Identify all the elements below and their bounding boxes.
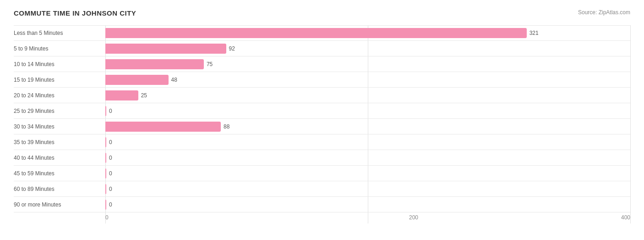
bar-row: 15 to 19 Minutes48 bbox=[14, 72, 630, 88]
bar-value: 0 bbox=[109, 155, 112, 161]
bar bbox=[105, 75, 169, 85]
bar-container: 0 bbox=[105, 166, 630, 181]
bar bbox=[105, 90, 138, 100]
chart-wrapper: COMMUTE TIME IN JOHNSON CITY Source: Zip… bbox=[14, 9, 630, 223]
bar-container: 321 bbox=[105, 26, 630, 40]
bar-label: 25 to 29 Minutes bbox=[14, 108, 105, 114]
chart-header: COMMUTE TIME IN JOHNSON CITY Source: Zip… bbox=[14, 9, 630, 17]
bar-container: 0 bbox=[105, 134, 630, 150]
bar-container: 48 bbox=[105, 72, 630, 87]
bar-value: 25 bbox=[141, 92, 147, 99]
bar-value: 88 bbox=[224, 123, 229, 130]
bar-label: 30 to 34 Minutes bbox=[14, 123, 105, 130]
bar-value: 75 bbox=[207, 61, 213, 67]
bar-container: 0 bbox=[105, 103, 630, 118]
bar-value: 0 bbox=[109, 108, 112, 114]
bar-row: 20 to 24 Minutes25 bbox=[14, 88, 630, 103]
bar-container: 92 bbox=[105, 41, 630, 56]
bar-value: 0 bbox=[109, 186, 112, 192]
bar-row: 90 or more Minutes0 bbox=[14, 197, 630, 212]
chart-area: Less than 5 Minutes3215 to 9 Minutes9210… bbox=[14, 25, 630, 223]
bar bbox=[105, 137, 106, 147]
bar-value: 0 bbox=[109, 201, 112, 208]
bar-label: Less than 5 Minutes bbox=[14, 30, 105, 36]
bar-container: 25 bbox=[105, 88, 630, 103]
bar-container: 0 bbox=[105, 197, 630, 212]
bar-container: 75 bbox=[105, 56, 630, 72]
grid-line bbox=[630, 25, 631, 223]
bar-value: 0 bbox=[109, 170, 112, 177]
bar-label: 10 to 14 Minutes bbox=[14, 61, 105, 67]
bar-row: 35 to 39 Minutes0 bbox=[14, 134, 630, 150]
bar-label: 40 to 44 Minutes bbox=[14, 155, 105, 161]
bar-label: 35 to 39 Minutes bbox=[14, 139, 105, 145]
bar-row: 60 to 89 Minutes0 bbox=[14, 181, 630, 197]
bar-label: 20 to 24 Minutes bbox=[14, 92, 105, 99]
bar bbox=[105, 59, 204, 69]
bar-container: 0 bbox=[105, 150, 630, 165]
bar-row: 40 to 44 Minutes0 bbox=[14, 150, 630, 166]
bar-value: 48 bbox=[171, 77, 177, 83]
source-label: Source: ZipAtlas.com bbox=[578, 9, 630, 16]
x-axis-label: 0 bbox=[105, 214, 109, 221]
bar-label: 15 to 19 Minutes bbox=[14, 77, 105, 83]
bar-container: 0 bbox=[105, 181, 630, 196]
bar-value: 321 bbox=[529, 30, 539, 36]
bar bbox=[105, 122, 221, 132]
bar-row: 30 to 34 Minutes88 bbox=[14, 119, 630, 134]
bar bbox=[105, 168, 106, 179]
bar-row: 45 to 59 Minutes0 bbox=[14, 166, 630, 181]
bar-container: 88 bbox=[105, 119, 630, 134]
bar-label: 60 to 89 Minutes bbox=[14, 186, 105, 192]
bar-value: 92 bbox=[229, 45, 235, 52]
bar-label: 5 to 9 Minutes bbox=[14, 45, 105, 52]
bar-row: Less than 5 Minutes321 bbox=[14, 25, 630, 41]
bar-row: 25 to 29 Minutes0 bbox=[14, 103, 630, 119]
bar bbox=[105, 106, 106, 116]
x-axis-label: 400 bbox=[621, 214, 630, 221]
bar bbox=[105, 28, 527, 38]
bar bbox=[105, 44, 226, 54]
bar-value: 0 bbox=[109, 139, 112, 145]
chart-title: COMMUTE TIME IN JOHNSON CITY bbox=[14, 9, 136, 17]
bar-label: 90 or more Minutes bbox=[14, 201, 105, 208]
x-axis-label: 200 bbox=[409, 214, 418, 221]
bar bbox=[105, 184, 106, 194]
x-axis: 0200400 bbox=[14, 214, 630, 223]
bar-label: 45 to 59 Minutes bbox=[14, 170, 105, 177]
bar bbox=[105, 200, 106, 210]
bar bbox=[105, 153, 106, 163]
bar-row: 10 to 14 Minutes75 bbox=[14, 56, 630, 72]
bar-row: 5 to 9 Minutes92 bbox=[14, 41, 630, 56]
bars-container: Less than 5 Minutes3215 to 9 Minutes9210… bbox=[14, 25, 630, 212]
